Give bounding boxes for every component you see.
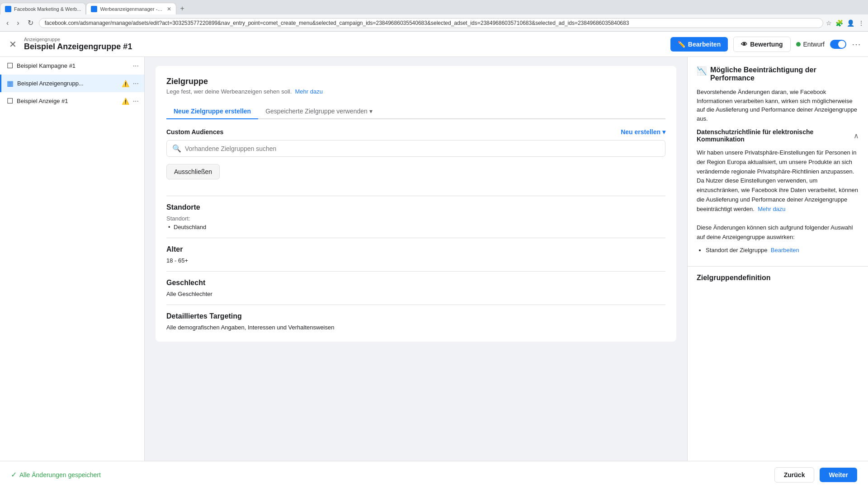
sidebar-item-kampagne-label: Beispiel Kampagne #1	[17, 62, 129, 69]
weiter-button[interactable]: Weiter	[820, 468, 857, 482]
toggle-knob	[838, 41, 845, 48]
refresh-button[interactable]: ↻	[25, 18, 36, 28]
app-container: ✕ Anzeigengruppe Beispiel Anzeigengruppe…	[0, 32, 868, 488]
header-titles: Anzeigengruppe Beispiel Anzeigengruppe #…	[24, 37, 665, 52]
menu-icon[interactable]: ⋮	[858, 19, 864, 27]
tab-1-favicon	[5, 6, 11, 12]
bearbeiten-label: Bearbeiten	[688, 41, 721, 48]
tab-1[interactable]: Facebook Marketing & Werb...	[0, 3, 86, 14]
datenschutz-list-item-0-text: Standort der Zielgruppe	[706, 247, 768, 253]
neu-erstellen-button[interactable]: Neu erstellen ▾	[621, 128, 665, 136]
custom-audiences-label: Custom Audiences	[166, 128, 223, 136]
header-actions: ✏️ Bearbeiten 👁 Bewertung Entwurf ⋯	[670, 37, 861, 52]
ausschliessen-button[interactable]: Ausschließen	[166, 164, 220, 179]
kampagne-icon: ☐	[7, 61, 13, 70]
divider-4	[166, 305, 665, 305]
anzeigengruppe-warning-icon: ⚠️	[122, 80, 129, 87]
bewertung-button[interactable]: 👁 Bewertung	[733, 37, 790, 52]
tab-2[interactable]: Werbeanzeigenmanager - W... ✕	[86, 3, 176, 14]
content-card: Zielgruppe Lege fest, wer deine Werbeanz…	[156, 66, 676, 342]
datenschutz-title: Datenschutzrichtlinie für elektronische …	[697, 128, 859, 143]
datenschutz-title-text: Datenschutzrichtlinie für elektronische …	[697, 128, 854, 143]
back-button[interactable]: ‹	[4, 18, 11, 28]
tabs-row: Neue Zielgruppe erstellen Gespeicherte Z…	[166, 104, 665, 119]
sidebar: ☐ Beispiel Kampagne #1 ··· ▦ Beispiel An…	[0, 57, 145, 461]
extensions-icon[interactable]: 🧩	[835, 19, 843, 27]
datenschutz-mehr-dazu-link[interactable]: Mehr dazu	[758, 206, 785, 212]
divider-1	[166, 196, 665, 196]
main-body: ☐ Beispiel Kampagne #1 ··· ▦ Beispiel An…	[0, 57, 868, 461]
sidebar-item-anzeigengruppe-label: Beispiel Anzeigengrupp...	[17, 80, 118, 87]
zielgruppen-definition-title: Zielgruppendefinition	[688, 267, 868, 286]
standorte-title: Standorte	[166, 203, 665, 211]
sidebar-item-kampagne[interactable]: ☐ Beispiel Kampagne #1 ···	[0, 57, 144, 75]
check-icon: ✓	[11, 470, 17, 479]
browser-chrome: Facebook Marketing & Werb... Werbeanzeig…	[0, 0, 868, 32]
saved-message: ✓ Alle Änderungen gespeichert	[11, 470, 101, 479]
alter-value: 18 - 65+	[166, 257, 665, 264]
geschlecht-title: Geschlecht	[166, 279, 665, 287]
datenschutz-body: Wir haben unsere Privatsphäre-Einstellun…	[697, 148, 859, 255]
header-subtitle: Anzeigengruppe	[24, 37, 665, 42]
search-icon: 🔍	[172, 144, 181, 153]
datenschutz-body-1: Wir haben unsere Privatsphäre-Einstellun…	[697, 149, 858, 212]
divider-3	[166, 271, 665, 272]
anzeigengruppe-more-button[interactable]: ···	[133, 80, 139, 88]
detailliertes-targeting-value: Alle demografischen Angaben, Interessen …	[166, 324, 665, 331]
alter-title: Alter	[166, 245, 665, 253]
section-desc-text: Lege fest, wer deine Werbeanzeigen sehen…	[166, 88, 292, 95]
status-label: Entwurf	[803, 41, 825, 48]
search-box: 🔍	[166, 140, 665, 157]
performance-title-text: Mögliche Beeinträchtigung der Performanc…	[710, 66, 859, 82]
close-button[interactable]: ✕	[7, 37, 19, 52]
anzeigengruppe-icon: ▦	[7, 79, 14, 88]
profile-icon[interactable]: 👤	[847, 19, 854, 27]
kampagne-more-button[interactable]: ···	[133, 62, 139, 70]
status-dot	[796, 42, 801, 47]
app-header: ✕ Anzeigengruppe Beispiel Anzeigengruppe…	[0, 32, 868, 57]
trend-icon: 📉	[697, 66, 707, 76]
sidebar-item-anzeige-label: Beispiel Anzeige #1	[17, 98, 118, 104]
datenschutz-collapse-button[interactable]: ∧	[854, 131, 859, 140]
status-entwurf: Entwurf	[796, 41, 825, 48]
anzeige-warning-icon: ⚠️	[122, 98, 129, 105]
bottom-bar: ✓ Alle Änderungen gespeichert Zurück Wei…	[0, 461, 868, 488]
geschlecht-value: Alle Geschlechter	[166, 291, 665, 297]
tab-neue-zielgruppe[interactable]: Neue Zielgruppe erstellen	[166, 104, 258, 119]
detailliertes-targeting-title: Detailliertes Targeting	[166, 312, 665, 320]
datenschutz-bearbeiten-link[interactable]: Bearbeiten	[771, 247, 799, 253]
nav-icons: ☆ 🧩 👤 ⋮	[826, 19, 864, 27]
header-title: Beispiel Anzeigengruppe #1	[24, 42, 665, 52]
tab-2-favicon	[91, 6, 97, 12]
custom-audiences-header: Custom Audiences Neu erstellen ▾	[166, 128, 665, 136]
content-area: Zielgruppe Lege fest, wer deine Werbeanz…	[145, 57, 687, 461]
anzeige-icon: ☐	[7, 97, 13, 105]
more-button[interactable]: ⋯	[852, 39, 861, 50]
tab-gespeicherte-zielgruppe[interactable]: Gespeicherte Zielgruppe verwenden ▾	[258, 104, 380, 119]
new-tab-button[interactable]: +	[176, 3, 188, 14]
datenschutz-list-item-0: Standort der Zielgruppe Bearbeiten	[706, 246, 859, 255]
performance-title: 📉 Mögliche Beeinträchtigung der Performa…	[697, 66, 859, 82]
pencil-icon: ✏️	[678, 41, 685, 48]
performance-body: Bevorstehende Änderungen daran, wie Face…	[697, 88, 859, 123]
forward-button[interactable]: ›	[14, 18, 22, 28]
tab-1-title: Facebook Marketing & Werb...	[14, 6, 81, 12]
tab-2-close-icon[interactable]: ✕	[167, 6, 171, 12]
toggle-switch[interactable]	[830, 40, 846, 49]
performance-section: 📉 Mögliche Beeinträchtigung der Performa…	[688, 57, 868, 267]
divider-2	[166, 238, 665, 238]
section-title: Zielgruppe	[166, 77, 665, 86]
eye-icon: 👁	[741, 41, 747, 48]
bookmark-star-icon[interactable]: ☆	[826, 19, 832, 27]
standorte-label: Standort:	[166, 215, 665, 222]
bearbeiten-button[interactable]: ✏️ Bearbeiten	[670, 37, 728, 52]
mehr-dazu-link[interactable]: Mehr dazu	[295, 88, 323, 95]
anzeige-more-button[interactable]: ···	[133, 97, 139, 105]
nav-bar: ‹ › ↻ ☆ 🧩 👤 ⋮	[0, 14, 868, 32]
search-input[interactable]	[185, 145, 660, 152]
address-bar[interactable]	[39, 18, 823, 28]
zurueck-button[interactable]: Zurück	[774, 467, 815, 483]
sidebar-item-anzeigengruppe[interactable]: ▦ Beispiel Anzeigengrupp... ⚠️ ···	[0, 75, 144, 92]
saved-message-text: Alle Änderungen gespeichert	[19, 471, 101, 479]
sidebar-item-anzeige[interactable]: ☐ Beispiel Anzeige #1 ⚠️ ···	[0, 92, 144, 110]
